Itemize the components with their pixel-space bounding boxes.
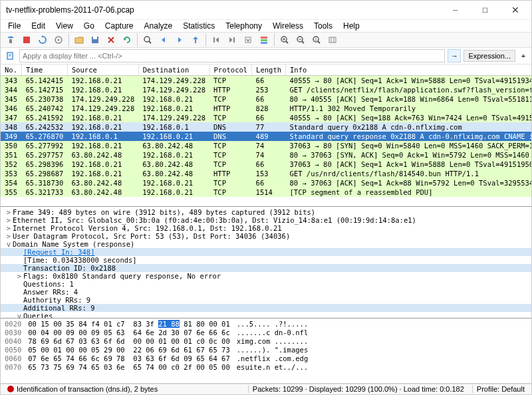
expand-caret-icon[interactable]: >	[5, 216, 13, 224]
packet-row[interactable]: 35565.32173363.80.242.48192.168.0.21TCP1…	[1, 188, 531, 197]
open-file-icon[interactable]	[72, 33, 86, 47]
close-button[interactable]: ✕	[500, 1, 530, 19]
packet-row[interactable]: 35165.29775763.80.242.48192.168.0.21TCP7…	[1, 150, 531, 160]
detail-line[interactable]: Additional RRs: 9	[1, 304, 531, 312]
detail-line[interactable]: Authority RRs: 9	[1, 296, 531, 304]
detail-line[interactable]: vQueries	[1, 312, 531, 318]
zoom-in-icon[interactable]	[277, 33, 292, 47]
display-filter-input[interactable]	[19, 49, 445, 63]
save-file-icon[interactable]	[88, 33, 102, 47]
filter-bookmark-icon[interactable]	[3, 49, 17, 63]
jump-to-icon[interactable]	[188, 33, 203, 47]
detail-line[interactable]: >Flags: 0x8180 Standard query response, …	[1, 272, 531, 280]
detail-line[interactable]: Questions: 1	[1, 280, 531, 288]
reload-icon[interactable]	[120, 33, 134, 47]
column-header[interactable]: Length	[252, 65, 286, 76]
capture-options-icon[interactable]	[51, 33, 66, 47]
expand-caret-icon[interactable]: >	[5, 224, 13, 232]
detail-line[interactable]: [Time: 0.034338000 seconds]	[1, 256, 531, 264]
detail-line[interactable]: Answer RRs: 4	[1, 288, 531, 296]
column-header[interactable]: Source	[67, 65, 138, 76]
hex-row[interactable]: 004078 69 6d 67 03 63 6f 6d 00 00 01 00 …	[5, 337, 527, 346]
menu-go[interactable]: Go	[79, 20, 99, 32]
menu-view[interactable]: View	[51, 20, 78, 32]
menu-telephony[interactable]: Telephony	[221, 20, 267, 32]
svg-point-3	[58, 39, 60, 41]
status-profile[interactable]: Profile: Default	[472, 385, 529, 393]
expand-caret-icon[interactable]: >	[5, 232, 13, 240]
menu-statistics[interactable]: Statistics	[178, 20, 219, 32]
packet-row[interactable]: 34765.241592192.168.0.21174.129.249.228T…	[1, 113, 531, 122]
packet-row[interactable]: 35365.298687192.168.0.2163.80.242.48HTTP…	[1, 169, 531, 178]
column-header[interactable]: Info	[286, 65, 531, 76]
menubar: FileEditViewGoCaptureAnalyzeStatisticsTe…	[1, 20, 531, 33]
hex-row[interactable]: 007065 73 75 69 74 65 03 6e 65 74 00 c0 …	[5, 363, 527, 372]
detail-line[interactable]: vDomain Name System (response)	[1, 240, 531, 248]
go-forward-icon[interactable]	[172, 33, 187, 47]
go-last-icon[interactable]	[225, 33, 239, 47]
close-file-icon[interactable]	[104, 33, 118, 47]
hex-row[interactable]: 006007 6e 65 74 66 6c 69 78 03 63 6f 6d …	[5, 354, 527, 363]
packet-list-pane[interactable]: No.TimeSourceDestinationProtocolLengthIn…	[1, 65, 531, 207]
add-filter-button[interactable]: +	[518, 52, 529, 60]
colorize-icon[interactable]	[257, 33, 271, 47]
svg-rect-15	[261, 42, 267, 44]
packet-row[interactable]: 35265.298396192.168.0.2163.80.242.48TCP6…	[1, 160, 531, 169]
svg-text:1: 1	[315, 37, 317, 41]
packet-row[interactable]: 34665.240742174.129.249.228192.168.0.21H…	[1, 104, 531, 113]
expert-info-icon[interactable]	[7, 386, 14, 392]
expand-caret-icon[interactable]: v	[5, 240, 13, 248]
svg-rect-1	[23, 37, 30, 43]
packet-row[interactable]: 34965.276870192.168.0.1192.168.0.21DNS48…	[1, 132, 531, 141]
resize-columns-icon[interactable]	[325, 33, 340, 47]
hex-row[interactable]: 003000 04 00 09 00 09 05 63 64 6e 2d 30 …	[5, 329, 527, 337]
restart-capture-icon[interactable]	[35, 33, 50, 47]
expression-button[interactable]: Expression...	[464, 50, 515, 62]
menu-help[interactable]: Help	[338, 20, 364, 32]
detail-line[interactable]: >Ethernet II, Src: Globalsc_00:3b:0a (f0…	[1, 216, 531, 224]
find-icon[interactable]	[140, 33, 155, 47]
apply-filter-icon[interactable]: →	[448, 49, 461, 63]
detail-line[interactable]: Transaction ID: 0x2188	[1, 264, 531, 272]
detail-line[interactable]: >Frame 349: 489 bytes on wire (3912 bits…	[1, 208, 531, 216]
expand-caret-icon[interactable]: >	[15, 272, 23, 280]
menu-file[interactable]: File	[3, 20, 25, 32]
status-packets: Packets: 10299 · Displayed: 10299 (100.0…	[248, 385, 468, 393]
svg-rect-11	[233, 37, 235, 43]
packet-row[interactable]: 34865.242532192.168.0.21192.168.0.1DNS77…	[1, 122, 531, 132]
packet-details-pane[interactable]: >Frame 349: 489 bytes on wire (3912 bits…	[1, 207, 531, 318]
go-first-icon[interactable]	[209, 33, 223, 47]
packet-row[interactable]: 34465.142715192.168.0.21174.129.249.228H…	[1, 85, 531, 94]
menu-tools[interactable]: Tools	[309, 20, 337, 32]
auto-scroll-icon[interactable]	[241, 33, 255, 47]
expand-caret-icon[interactable]: v	[15, 312, 23, 318]
start-capture-icon[interactable]	[3, 33, 18, 47]
zoom-out-icon[interactable]	[293, 33, 308, 47]
menu-analyze[interactable]: Analyze	[140, 20, 178, 32]
detail-line[interactable]: [Request In: 348]	[1, 248, 531, 256]
svg-rect-26	[329, 37, 336, 43]
menu-capture[interactable]: Capture	[100, 20, 138, 32]
expand-caret-icon[interactable]: >	[5, 208, 13, 216]
minimize-button[interactable]: ─	[440, 1, 470, 19]
column-header[interactable]: Destination	[138, 65, 209, 76]
packet-row[interactable]: 35065.277992192.168.0.2163.80.242.48TCP7…	[1, 141, 531, 150]
hex-row[interactable]: 005005 00 01 00 00 05 29 00 22 06 69 6d …	[5, 346, 527, 354]
column-header[interactable]: Protocol	[209, 65, 252, 76]
detail-line[interactable]: >User Datagram Protocol, Src Port: 53 (5…	[1, 232, 531, 240]
packet-row[interactable]: 34365.142415192.168.0.21174.129.249.228T…	[1, 76, 531, 86]
packet-row[interactable]: 34565.230738174.129.249.228192.168.0.21T…	[1, 94, 531, 104]
svg-rect-5	[93, 37, 97, 39]
menu-edit[interactable]: Edit	[27, 20, 50, 32]
go-back-icon[interactable]	[156, 33, 171, 47]
maximize-button[interactable]: ☐	[470, 1, 500, 19]
hex-bytes-pane[interactable]: 002000 15 00 35 84 f4 01 c7 83 3f 21 88 …	[1, 319, 531, 384]
menu-wireless[interactable]: Wireless	[268, 20, 308, 32]
detail-line[interactable]: >Internet Protocol Version 4, Src: 192.1…	[1, 224, 531, 232]
hex-row[interactable]: 002000 15 00 35 84 f4 01 c7 83 3f 21 88 …	[5, 320, 527, 329]
zoom-reset-icon[interactable]: 1	[309, 33, 324, 47]
packet-row[interactable]: 35465.31873063.80.242.48192.168.0.21TCP6…	[1, 178, 531, 188]
column-header[interactable]: No.	[1, 65, 21, 76]
stop-capture-icon[interactable]	[19, 33, 34, 47]
column-header[interactable]: Time	[21, 65, 67, 76]
